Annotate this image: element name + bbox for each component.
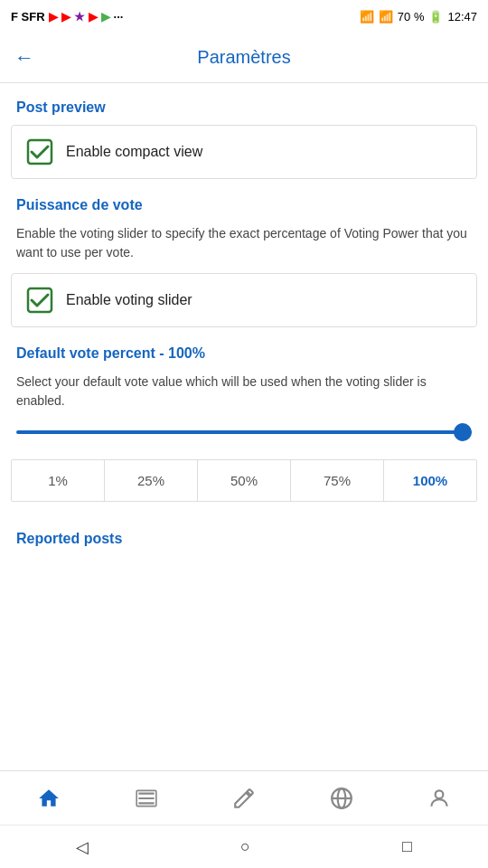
- system-back-button[interactable]: ◁: [76, 837, 89, 857]
- nav-compose[interactable]: [232, 787, 256, 810]
- time-text: 12:47: [447, 10, 477, 24]
- yt-icon1: ▶: [49, 10, 58, 24]
- system-recent-button[interactable]: □: [402, 837, 412, 856]
- yt-icon2: ▶: [61, 10, 70, 24]
- nav-feed[interactable]: [135, 787, 158, 810]
- system-home-button[interactable]: ○: [240, 837, 250, 856]
- compact-view-row[interactable]: Enable compact view: [11, 125, 477, 179]
- back-button[interactable]: ←: [14, 46, 34, 70]
- default-vote-section: Default vote percent - 100% Select your …: [0, 329, 488, 502]
- app-icon1: ★: [74, 10, 85, 24]
- percent-option-75[interactable]: 75%: [291, 460, 384, 501]
- puissance-vote-description: Enable the voting slider to specify the …: [0, 221, 488, 271]
- reported-posts-section: Reported posts: [0, 507, 488, 554]
- nav-home[interactable]: [37, 787, 61, 810]
- carrier-info: F SFR ▶ ▶ ★ ▶ ▶ ···: [11, 10, 123, 24]
- voting-slider-label: Enable voting slider: [66, 292, 192, 308]
- battery-icon: 🔋: [428, 10, 443, 24]
- svg-point-6: [436, 790, 444, 798]
- signal-icon: 📶: [379, 10, 393, 24]
- post-preview-section: Post preview Enable compact view: [0, 83, 488, 179]
- slider-track: [16, 430, 472, 434]
- voting-slider-checkbox-icon: [26, 287, 53, 314]
- post-preview-header: Post preview: [0, 83, 488, 123]
- default-vote-header: Default vote percent - 100%: [0, 329, 488, 369]
- app-icon2: ▶: [101, 10, 110, 24]
- battery-text: 70 %: [398, 10, 425, 24]
- reported-posts-header[interactable]: Reported posts: [0, 514, 488, 554]
- percent-options-row: 1% 25% 50% 75% 100%: [11, 459, 477, 502]
- yt-icon3: ▶: [89, 10, 98, 24]
- default-vote-description: Select your default vote value which wil…: [0, 369, 488, 420]
- percent-option-25[interactable]: 25%: [105, 460, 198, 501]
- percent-option-100[interactable]: 100%: [384, 460, 476, 501]
- compact-view-checkbox-icon: [26, 138, 53, 165]
- content-area: Post preview Enable compact view Puissan…: [0, 83, 488, 770]
- nav-profile[interactable]: [427, 787, 451, 810]
- nav-explore[interactable]: [330, 787, 353, 810]
- status-bar: F SFR ▶ ▶ ★ ▶ ▶ ··· 📶 📶 70 % 🔋 12:47: [0, 0, 488, 33]
- wifi-icon: 📶: [360, 10, 374, 24]
- page-title: Paramètres: [45, 47, 443, 68]
- bottom-nav: [0, 770, 488, 825]
- slider-container: [0, 420, 488, 452]
- voting-slider-row[interactable]: Enable voting slider: [11, 273, 477, 327]
- status-indicators: 📶 📶 70 % 🔋 12:47: [360, 10, 477, 24]
- more-apps: ···: [114, 10, 124, 24]
- system-nav-bar: ◁ ○ □: [0, 825, 488, 868]
- compact-view-label: Enable compact view: [66, 144, 202, 160]
- percent-option-50[interactable]: 50%: [198, 460, 291, 501]
- puissance-vote-section: Puissance de vote Enable the voting slid…: [0, 181, 488, 327]
- slider-thumb[interactable]: [454, 423, 472, 441]
- puissance-vote-header: Puissance de vote: [0, 181, 488, 221]
- app-bar: ← Paramètres: [0, 33, 488, 83]
- percent-option-1[interactable]: 1%: [12, 460, 105, 501]
- carrier-text: F SFR: [11, 10, 45, 24]
- slider-track-container[interactable]: [16, 423, 472, 441]
